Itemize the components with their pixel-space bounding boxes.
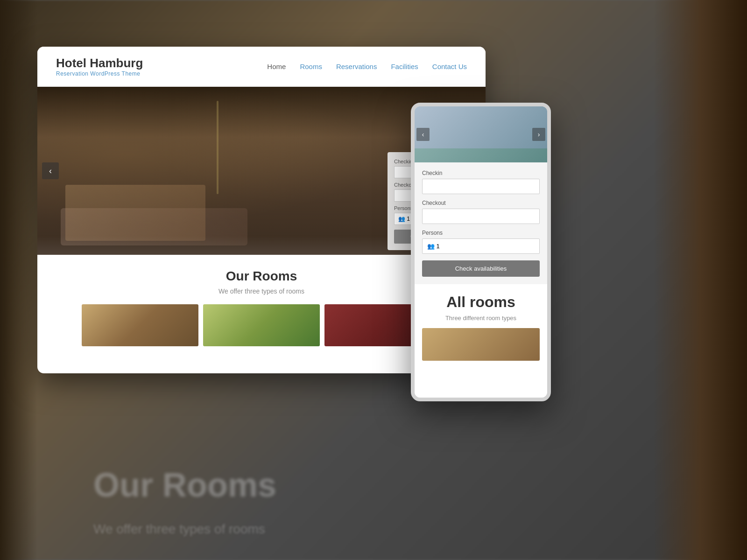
furniture-decoration bbox=[65, 185, 205, 241]
tablet-checkout-label: Checkout bbox=[422, 200, 540, 206]
lamp-decoration bbox=[217, 101, 218, 194]
tablet-prev-icon: ‹ bbox=[422, 131, 424, 138]
blurry-text-heading: Our Rooms bbox=[93, 466, 276, 504]
room-thumb-2[interactable] bbox=[203, 304, 320, 346]
site-header: Hotel Hamburg Reservation WordPress Them… bbox=[37, 47, 486, 87]
tablet-booking-widget: Checkin Checkout Persons Check availabil… bbox=[415, 162, 547, 284]
tablet-checkout-input[interactable] bbox=[422, 209, 540, 224]
tablet-persons-input[interactable] bbox=[422, 238, 540, 254]
main-nav: Home Rooms Reservations Facilities Conta… bbox=[267, 63, 467, 70]
rooms-heading-desktop: Our Rooms bbox=[56, 269, 467, 284]
nav-facilities[interactable]: Facilities bbox=[391, 63, 418, 70]
logo-subtitle: Reservation WordPress Theme bbox=[56, 70, 143, 77]
tablet-checkin-input[interactable] bbox=[422, 179, 540, 194]
logo-title: Hotel Hamburg bbox=[56, 56, 143, 70]
site-logo: Hotel Hamburg Reservation WordPress Them… bbox=[56, 56, 143, 77]
rooms-subheading-desktop: We offer three types of rooms bbox=[56, 287, 467, 295]
tablet-slider-prev[interactable]: ‹ bbox=[416, 128, 430, 141]
slider-prev-button[interactable]: ‹ bbox=[42, 162, 59, 179]
room-thumb-1[interactable] bbox=[82, 304, 198, 346]
tablet-room-thumb[interactable] bbox=[422, 328, 540, 361]
tablet-checkin-label: Checkin bbox=[422, 170, 540, 176]
tablet-mockup: ‹ › Checkin Checkout Persons Check avail… bbox=[411, 103, 551, 401]
tablet-rooms-section: All rooms Three different room types bbox=[415, 284, 547, 370]
tablet-hero: ‹ › bbox=[415, 106, 547, 162]
tablet-rooms-heading: All rooms bbox=[422, 294, 540, 311]
tablet-persons-label: Persons bbox=[422, 230, 540, 236]
tablet-next-icon: › bbox=[538, 131, 540, 138]
tablet-slider-next[interactable]: › bbox=[532, 128, 545, 141]
bg-left-shadow bbox=[0, 0, 37, 560]
nav-reservations[interactable]: Reservations bbox=[336, 63, 377, 70]
room-thumbnails bbox=[56, 304, 467, 346]
bg-right-shadow bbox=[654, 0, 747, 560]
nav-contact[interactable]: Contact Us bbox=[432, 63, 467, 70]
nav-home[interactable]: Home bbox=[267, 63, 286, 70]
blurry-text-sub: We offer three types of rooms bbox=[93, 522, 265, 537]
prev-icon: ‹ bbox=[49, 166, 52, 176]
tablet-check-availability-button[interactable]: Check availabilities bbox=[422, 260, 540, 277]
tablet-rooms-subheading: Three different room types bbox=[422, 315, 540, 322]
nav-rooms[interactable]: Rooms bbox=[300, 63, 322, 70]
tablet-inner: ‹ › Checkin Checkout Persons Check avail… bbox=[415, 106, 547, 398]
